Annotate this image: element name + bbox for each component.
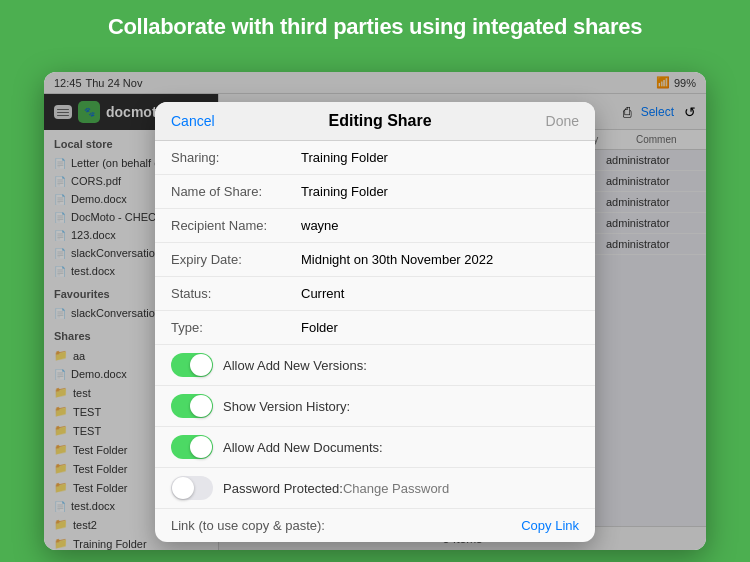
recipient-name-label: Recipient Name: xyxy=(171,218,301,233)
name-of-share-value: Training Folder xyxy=(301,184,388,199)
link-label: Link (to use copy & paste): xyxy=(171,518,521,533)
expiry-date-row: Expiry Date: Midnight on 30th November 2… xyxy=(155,243,595,277)
show-version-history-label: Show Version History: xyxy=(223,399,350,414)
done-button[interactable]: Done xyxy=(546,113,579,129)
allow-add-docs-toggle[interactable] xyxy=(171,435,213,459)
expiry-date-value: Midnight on 30th November 2022 xyxy=(301,252,493,267)
toggle-knob xyxy=(190,436,212,458)
type-row: Type: Folder xyxy=(155,311,595,345)
change-password-input[interactable] xyxy=(343,481,579,496)
password-protected-toggle[interactable] xyxy=(171,476,213,500)
expiry-date-label: Expiry Date: xyxy=(171,252,301,267)
type-value: Folder xyxy=(301,320,338,335)
copy-link-button[interactable]: Copy Link xyxy=(521,518,579,533)
allow-add-docs-row: Allow Add New Documents: xyxy=(155,427,595,468)
dialog-overlay: Cancel Editing Share Done Sharing: Train… xyxy=(44,72,706,550)
allow-add-versions-row: Allow Add New Versions: xyxy=(155,345,595,386)
name-of-share-row: Name of Share: Training Folder xyxy=(155,175,595,209)
sharing-value: Training Folder xyxy=(301,150,388,165)
toggle-knob xyxy=(172,477,194,499)
cancel-button[interactable]: Cancel xyxy=(171,113,215,129)
dialog-title: Editing Share xyxy=(329,112,432,130)
password-protected-label: Password Protected: xyxy=(223,481,343,496)
show-version-history-row: Show Version History: xyxy=(155,386,595,427)
type-label: Type: xyxy=(171,320,301,335)
password-protected-row: Password Protected: xyxy=(155,468,595,509)
name-of-share-label: Name of Share: xyxy=(171,184,301,199)
sharing-label: Sharing: xyxy=(171,150,301,165)
toggle-knob xyxy=(190,354,212,376)
allow-add-docs-label: Allow Add New Documents: xyxy=(223,440,383,455)
status-row: Status: Current xyxy=(155,277,595,311)
sharing-row: Sharing: Training Folder xyxy=(155,141,595,175)
link-row: Link (to use copy & paste): Copy Link xyxy=(155,509,595,542)
dialog-body: Sharing: Training Folder Name of Share: … xyxy=(155,141,595,542)
status-label: Status: xyxy=(171,286,301,301)
allow-add-versions-toggle[interactable] xyxy=(171,353,213,377)
recipient-name-value: wayne xyxy=(301,218,339,233)
status-value: Current xyxy=(301,286,344,301)
recipient-name-row: Recipient Name: wayne xyxy=(155,209,595,243)
ipad-frame: 12:45 Thu 24 Nov 📶 99% 🐾 docmoto ⊕ Local… xyxy=(44,72,706,550)
allow-add-versions-label: Allow Add New Versions: xyxy=(223,358,367,373)
dialog-header: Cancel Editing Share Done xyxy=(155,102,595,141)
show-version-history-toggle[interactable] xyxy=(171,394,213,418)
banner-title: Collaborate with third parties using int… xyxy=(108,14,642,39)
toggle-knob xyxy=(190,395,212,417)
banner: Collaborate with third parties using int… xyxy=(0,0,750,50)
editing-share-dialog: Cancel Editing Share Done Sharing: Train… xyxy=(155,102,595,542)
